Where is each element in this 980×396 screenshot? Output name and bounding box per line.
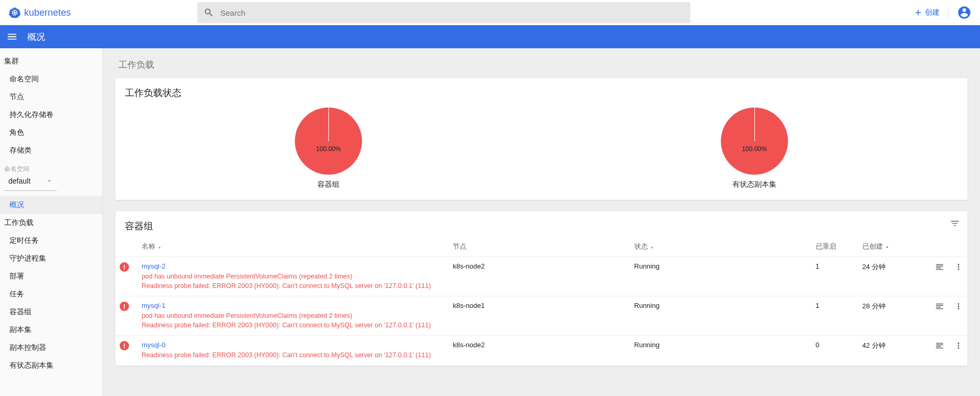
pod-restarts: 0 [812,336,858,366]
search-box[interactable] [197,2,690,23]
sidebar-item-workload-4[interactable]: 容器组 [0,303,102,321]
table-row: ! mysql-2 pod has unbound immediate Pers… [115,257,967,296]
status-error-icon: ! [120,341,129,350]
sidebar-item-cluster-4[interactable]: 存储类 [0,142,102,159]
create-label: 创建 [925,8,940,17]
chart-title: 有状态副本集 [732,180,776,189]
pod-restarts: 1 [812,257,858,296]
th-state[interactable]: 状态 [630,237,812,257]
pie-label: 100.00% [316,145,340,153]
more-button[interactable] [954,302,963,313]
more-vert-icon [954,262,963,272]
kubernetes-logo-icon [8,6,21,19]
card-pods: 容器组 名称 节点 状态 已重启 已创建 [115,211,967,366]
sidebar-section-workload[interactable]: 工作负载 [0,214,102,232]
pod-node: k8s-node2 [449,257,630,296]
th-created[interactable]: 已创建 [858,237,921,257]
logo-text: kubernetes [24,7,71,18]
user-icon[interactable] [957,5,972,20]
filter-button[interactable] [950,218,960,230]
charts-row: 100.00%容器组100.00%有状态副本集 [115,103,967,200]
more-button[interactable] [954,262,963,273]
namespace-selected: default [8,177,30,185]
pod-created: 28 分钟 [858,296,921,336]
pod-created: 24 分钟 [858,257,921,296]
pie-chart: 100.00% [721,108,788,175]
sidebar-item-cluster-3[interactable]: 角色 [0,124,102,142]
pod-errors: pod has unbound immediate PersistentVolu… [142,312,444,330]
pie-label: 100.00% [742,145,766,153]
sort-icon [649,244,655,250]
logs-icon [935,262,944,272]
status-error-icon: ! [120,302,129,311]
pod-node: k8s-node2 [449,336,630,366]
chart-0: 100.00%容器组 [295,108,362,189]
pod-node: k8s-node1 [449,296,630,336]
section-workload-label: 工作负载 [115,48,967,78]
topbar: kubernetes 创建 [0,0,980,25]
card-title-workload-status: 工作负载状态 [115,78,967,103]
chart-1: 100.00%有状态副本集 [721,108,788,189]
pod-restarts: 1 [812,296,858,336]
search-input[interactable] [220,8,684,17]
pod-name-link[interactable]: mysql-1 [142,302,166,309]
pod-state: Running [630,257,812,296]
th-restarts[interactable]: 已重启 [812,237,858,257]
pod-state: Running [630,336,812,366]
logo[interactable]: kubernetes [8,6,197,19]
main: 集群 命名空间节点持久化存储卷角色存储类 命名空间 default 概况 工作负… [0,48,980,396]
sidebar-item-workload-5[interactable]: 副本集 [0,321,102,339]
sort-up-icon [885,244,890,250]
sidebar-ns-label: 命名空间 [0,159,102,176]
table-row: ! mysql-1 pod has unbound immediate Pers… [115,296,967,336]
sidebar-item-workload-0[interactable]: 定时任务 [0,232,102,250]
pod-errors: Readiness probe failed: ERROR 2003 (HY00… [142,351,444,360]
logs-icon [935,341,944,350]
more-vert-icon [954,302,963,311]
sidebar-item-workload-1[interactable]: 守护进程集 [0,250,102,267]
logs-button[interactable] [935,341,944,352]
sidebar-section-cluster[interactable]: 集群 [0,52,102,70]
namespace-select[interactable]: default [4,176,57,191]
divider [948,7,949,18]
pod-created: 42 分钟 [858,336,921,366]
sidebar-item-cluster-1[interactable]: 节点 [0,88,102,106]
th-node[interactable]: 节点 [449,237,630,257]
pie-chart: 100.00% [295,108,362,175]
create-button[interactable]: 创建 [913,8,940,17]
card-workload-status: 工作负载状态 100.00%容器组100.00%有状态副本集 [115,78,967,200]
logs-icon [935,302,944,311]
pod-errors: pod has unbound immediate PersistentVolu… [142,272,444,291]
search-icon [204,7,214,18]
pod-state: Running [630,296,812,336]
bluebar: 概况 [0,25,980,48]
sidebar-item-workload-2[interactable]: 部署 [0,267,102,285]
logs-button[interactable] [935,302,944,313]
more-vert-icon [954,341,963,350]
card-title-pods: 容器组 [115,211,163,237]
pod-name-link[interactable]: mysql-2 [142,262,166,270]
menu-icon[interactable] [6,31,18,42]
chart-title: 容器组 [317,180,339,189]
sort-icon [157,244,162,250]
pod-name-link[interactable]: mysql-0 [142,341,166,349]
filter-icon [950,218,960,229]
chevron-down-icon [46,178,52,184]
sidebar-item-cluster-2[interactable]: 持久化存储卷 [0,106,102,124]
sidebar-item-workload-7[interactable]: 有状态副本集 [0,357,102,374]
page-title: 概况 [27,31,45,43]
sidebar-item-workload-3[interactable]: 任务 [0,285,102,303]
plus-icon [913,8,923,17]
sidebar-item-workload-6[interactable]: 副本控制器 [0,339,102,357]
more-button[interactable] [954,341,963,352]
sidebar-item-cluster-0[interactable]: 命名空间 [0,70,102,88]
table-row: ! mysql-0 Readiness probe failed: ERROR … [115,336,967,366]
sidebar-item-overview[interactable]: 概况 [0,196,102,214]
topbar-right: 创建 [913,5,972,20]
logs-button[interactable] [935,262,944,273]
pods-table: 名称 节点 状态 已重启 已创建 ! mysql-2 pod has unbou… [115,237,967,366]
th-name[interactable]: 名称 [137,237,449,257]
sidebar: 集群 命名空间节点持久化存储卷角色存储类 命名空间 default 概况 工作负… [0,48,103,396]
status-error-icon: ! [120,262,129,272]
content: 工作负载 工作负载状态 100.00%容器组100.00%有状态副本集 容器组 … [103,48,980,396]
